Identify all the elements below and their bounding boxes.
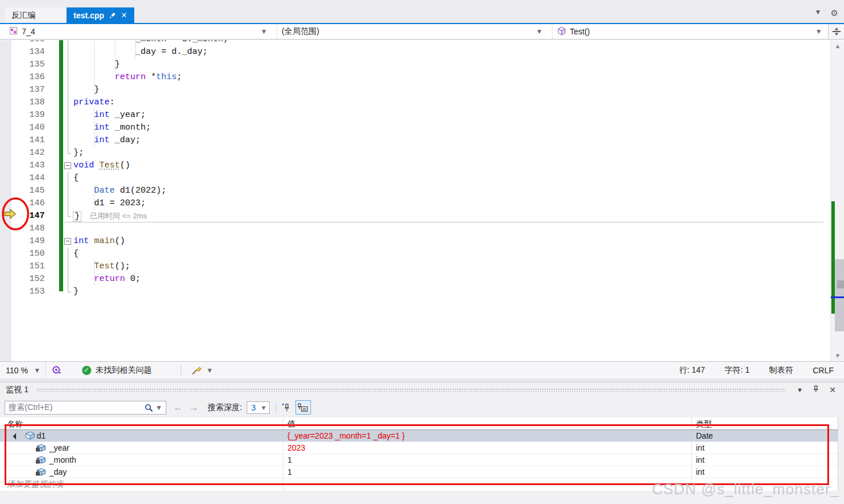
scroll-up-icon[interactable]: ▲ [831, 42, 844, 49]
pin-icon[interactable] [110, 12, 116, 19]
code-line[interactable]: 133 _month = d._month; [0, 40, 830, 46]
gear-icon[interactable]: ⚙ [831, 8, 838, 18]
watch-grid-header: 名称 值 类型 [0, 417, 838, 430]
code-line[interactable]: 135 } [0, 58, 830, 71]
search-depth-value: 3 [251, 403, 256, 412]
watch-row-_year[interactable]: _year2023int [0, 442, 838, 454]
code-line[interactable]: 143void Test() [0, 159, 830, 172]
column-indicator[interactable]: 字符: 1 [725, 365, 750, 376]
code-lines: 133 _month = d._month;134 _day = d._day;… [0, 40, 830, 298]
code-line[interactable]: 142}; [0, 147, 830, 159]
project-dropdown[interactable]: 7_4 ▼ [5, 24, 272, 39]
code-line[interactable]: 144{ [0, 172, 830, 185]
watch-value[interactable]: 2023 [287, 443, 305, 452]
code-text: } [73, 287, 79, 296]
back-arrow-icon[interactable]: ← [173, 402, 183, 413]
watch-name[interactable]: _day [49, 467, 67, 476]
window-position-icon[interactable]: ▼ [796, 386, 803, 393]
line-number: 135 [13, 60, 45, 69]
code-line[interactable]: 136 return *this; [0, 71, 830, 84]
watch-value[interactable]: 1 [287, 455, 292, 464]
code-line[interactable]: 147}已用时间 <= 2ms [0, 210, 830, 222]
watch-name[interactable]: d1 [37, 431, 46, 440]
chevron-down-icon: ▼ [815, 28, 822, 36]
watch-name[interactable]: _month [49, 455, 76, 464]
tab-disassembly[interactable]: 反汇编 [5, 7, 65, 23]
column-name[interactable]: 名称 [7, 419, 23, 429]
tabs-indicator[interactable]: 制表符 [769, 365, 793, 376]
code-text: private: [73, 97, 115, 107]
watch-value[interactable]: 1 [287, 467, 292, 476]
perf-tip[interactable]: 已用时间 <= 2ms [90, 212, 147, 220]
code-text: _day = d._day; [73, 47, 208, 57]
watch-titlebar[interactable]: 监视 1 ▼ ✕ [0, 382, 844, 397]
eol-indicator[interactable]: CRLF [812, 366, 834, 375]
pin-values-toggle[interactable]: ab [295, 400, 311, 415]
code-line[interactable]: 148 [0, 222, 830, 235]
code-line[interactable]: 140 int _month; [0, 122, 830, 134]
fold-collapse-icon[interactable] [64, 162, 71, 169]
split-window-button[interactable] [828, 24, 844, 39]
forward-arrow-icon[interactable]: → [189, 402, 199, 413]
column-type[interactable]: 类型 [696, 419, 712, 429]
search-depth-dropdown[interactable]: 3 ▼ [247, 401, 270, 414]
editor-scrollbar[interactable]: ▲ ▼ [830, 40, 844, 361]
search-input[interactable]: 搜索(Ctrl+E) ▼ [5, 401, 166, 415]
watch-value[interactable]: {_year=2023 _month=1 _day=1 } [287, 431, 405, 440]
code-text: }; [73, 148, 84, 158]
code-line[interactable]: 146 d1 = 2023; [0, 197, 830, 210]
code-line[interactable]: 145 Date d1(2022); [0, 185, 830, 197]
code-line[interactable]: 150{ [0, 248, 830, 260]
line-number: 142 [13, 148, 45, 158]
code-line[interactable]: 138private: [0, 96, 830, 109]
code-line[interactable]: 151 Test(); [0, 260, 830, 273]
tab-strip: 反汇编 test.cpp ✕ ▼ ⚙ [0, 0, 844, 24]
document-health-indicator[interactable]: ✓ 未找到相关问题 [76, 365, 158, 376]
scope-dropdown[interactable]: (全局范围) ▼ [277, 24, 547, 39]
pin-to-source-icon[interactable] [282, 403, 291, 412]
code-text: d1 = 2023; [73, 198, 146, 208]
member-name: Test() [570, 27, 590, 36]
watch-row-d1[interactable]: d1{_year=2023 _month=1 _day=1 }Date [0, 430, 838, 442]
zoom-dropdown[interactable]: 110 % ▼ [0, 362, 46, 378]
scroll-down-icon[interactable]: ▼ [831, 352, 844, 359]
code-line[interactable]: 152 return 0; [0, 273, 830, 286]
member-dropdown[interactable]: Test() ▼ [552, 24, 827, 39]
watch-type: int [696, 443, 705, 452]
search-placeholder: 搜索(Ctrl+E) [9, 403, 53, 413]
code-line[interactable]: 139 int _year; [0, 109, 830, 122]
scrollbar-thumb[interactable] [835, 259, 844, 331]
code-line[interactable]: 141 int _day; [0, 134, 830, 147]
intellisense-icon[interactable] [46, 365, 67, 375]
expander-icon[interactable] [13, 433, 19, 439]
code-text: } [73, 85, 99, 95]
code-editor[interactable]: 133 _month = d._month;134 _day = d._day;… [0, 40, 844, 361]
line-indicator[interactable]: 行: 147 [679, 365, 705, 376]
scope-name: (全局范围) [282, 26, 319, 37]
column-value[interactable]: 值 [287, 419, 295, 429]
code-line[interactable]: 137 } [0, 84, 830, 96]
watch-row-_month[interactable]: _month1int [0, 454, 838, 466]
close-icon[interactable]: ✕ [121, 11, 127, 19]
check-circle-icon: ✓ [82, 366, 91, 375]
tab-testcpp[interactable]: test.cpp ✕ [67, 7, 134, 23]
chevron-down-icon[interactable]: ▼ [815, 8, 822, 18]
close-icon[interactable]: ✕ [829, 385, 836, 394]
code-line[interactable]: 134 _day = d._day; [0, 46, 830, 58]
watch-type: int [696, 455, 705, 464]
chevron-down-icon[interactable]: ▼ [155, 404, 162, 412]
code-line[interactable]: 153} [0, 286, 830, 298]
watch-type: int [696, 467, 705, 476]
code-line[interactable]: 149int main() [0, 235, 830, 248]
fold-collapse-icon[interactable] [64, 238, 71, 245]
annotation-circle [0, 196, 31, 233]
code-cleanup-button[interactable]: ▼ [186, 366, 219, 375]
line-number: 145 [13, 186, 45, 196]
search-icon[interactable] [145, 404, 153, 414]
watch-row-_day[interactable]: _day1int [0, 466, 838, 478]
watch-name[interactable]: _year [49, 443, 69, 452]
private-member-icon [36, 443, 46, 454]
drag-grip[interactable] [37, 388, 787, 392]
pin-icon[interactable] [812, 385, 819, 394]
project-name: 7_4 [22, 27, 35, 36]
